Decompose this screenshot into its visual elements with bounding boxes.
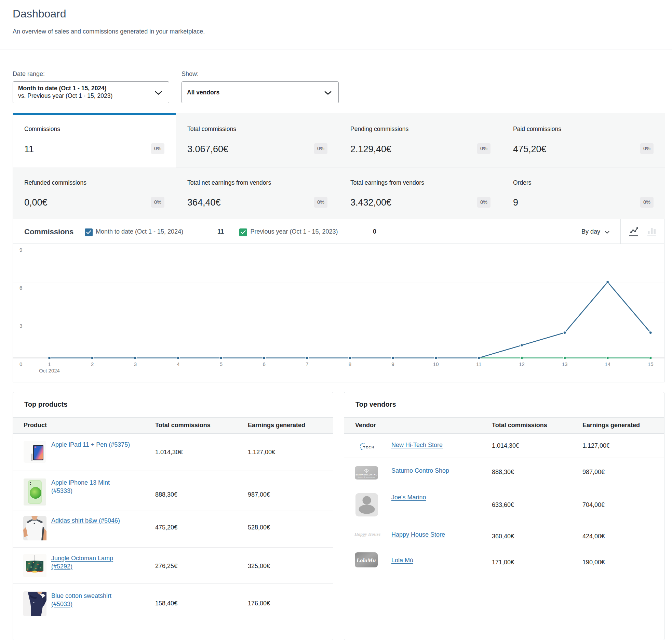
svg-text:TECH: TECH: [363, 445, 375, 449]
svg-text:3: 3: [20, 323, 22, 329]
svg-text:5: 5: [220, 361, 223, 367]
svg-text:4: 4: [177, 361, 179, 367]
svg-text:10: 10: [433, 361, 439, 367]
svg-text:6: 6: [262, 361, 265, 367]
svg-text:phones & accessories: phones & accessories: [358, 476, 375, 478]
svg-text:1: 1: [48, 361, 51, 367]
svg-text:12: 12: [519, 361, 525, 367]
svg-text:6: 6: [20, 285, 22, 291]
svg-text:15: 15: [648, 361, 654, 367]
svg-text:3: 3: [134, 361, 137, 367]
svg-text:11: 11: [476, 361, 482, 367]
svg-text:9: 9: [20, 247, 22, 253]
svg-text:2: 2: [91, 361, 94, 367]
svg-text:SATURNOCONTRO: SATURNOCONTRO: [356, 473, 377, 476]
svg-text:14: 14: [605, 361, 610, 367]
svg-text:Happy House: Happy House: [354, 532, 381, 537]
svg-text:9: 9: [391, 361, 394, 367]
svg-text:13: 13: [562, 361, 568, 367]
svg-text:LolaMu: LolaMu: [356, 557, 376, 563]
svg-text:8: 8: [349, 361, 351, 367]
svg-text:0: 0: [20, 361, 22, 367]
svg-text:7: 7: [306, 361, 308, 367]
svg-text:Oct 2024: Oct 2024: [39, 368, 60, 374]
